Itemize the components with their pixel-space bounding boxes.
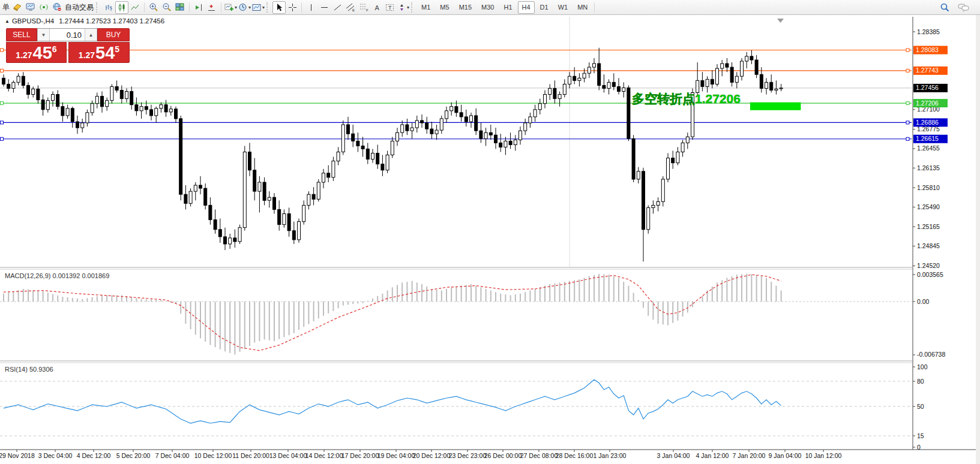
- candle: [46, 101, 49, 110]
- new-order-button-label[interactable]: 单: [2, 2, 10, 13]
- candle: [184, 194, 187, 203]
- cursor-button[interactable]: [272, 1, 286, 14]
- macd-pane-label: MACD(12,26,9) 0.001392 0.001869: [5, 272, 109, 279]
- timeframe-h1-button[interactable]: H1: [499, 1, 516, 14]
- line-anchor-marker[interactable]: [1, 69, 4, 72]
- line-anchor-marker[interactable]: [906, 69, 909, 72]
- timeframe-m1-button[interactable]: M1: [417, 1, 434, 14]
- crosshair-button[interactable]: [286, 1, 299, 14]
- sell-button[interactable]: SELL: [6, 28, 37, 41]
- candle: [27, 85, 30, 94]
- autotrading-button[interactable]: [50, 1, 64, 14]
- terminal-button[interactable]: [24, 1, 37, 14]
- timeframe-h4-button[interactable]: H4: [518, 1, 535, 14]
- pivot-zone-rect[interactable]: [750, 103, 801, 110]
- candle: [110, 86, 113, 100]
- templates-button[interactable]: ▾: [251, 1, 265, 14]
- chart-line-button[interactable]: [128, 1, 142, 14]
- price-tag-label: 1.26615: [916, 135, 939, 142]
- candle: [17, 76, 20, 82]
- line-anchor-marker[interactable]: [906, 137, 909, 140]
- new-order-icon: [13, 2, 22, 12]
- candle: [101, 97, 104, 107]
- buy-button[interactable]: BUY: [97, 28, 130, 41]
- rsi-line: [4, 379, 781, 423]
- line-anchor-marker[interactable]: [1, 102, 4, 105]
- line-anchor-marker[interactable]: [906, 102, 909, 105]
- time-tick-label: 5 Dec 20:00: [116, 452, 151, 459]
- candle: [209, 205, 212, 219]
- line-anchor-marker[interactable]: [1, 137, 4, 140]
- timeframe-m5-button[interactable]: M5: [436, 1, 453, 14]
- auto-scroll-button[interactable]: [205, 1, 218, 14]
- price-axis-area[interactable]: [912, 16, 980, 464]
- search-button[interactable]: [938, 1, 951, 14]
- line-anchor-marker[interactable]: [906, 121, 909, 124]
- candle: [553, 88, 556, 98]
- candle: [642, 171, 645, 230]
- chart-shift-marker[interactable]: [777, 19, 784, 23]
- svg-text:T: T: [388, 5, 392, 11]
- price-tag-label: 1.27743: [916, 67, 939, 74]
- candle: [199, 185, 202, 188]
- chart-surface[interactable]: 多空转折点1.27206MACD(12,26,9) 0.001392 0.001…: [0, 0, 980, 464]
- arrows-icon: [397, 3, 406, 12]
- trendline-button[interactable]: [331, 1, 344, 14]
- sell-price-display[interactable]: 1.27456: [6, 42, 67, 63]
- chart-candles-button[interactable]: [115, 1, 128, 14]
- time-tick-label: 11 Dec 20:00: [232, 452, 269, 459]
- channel-button[interactable]: E: [344, 1, 357, 14]
- buy-price-display[interactable]: 1.27545: [68, 42, 130, 63]
- periods-button[interactable]: ▾: [238, 1, 251, 14]
- arrows-button[interactable]: ▾: [397, 1, 410, 14]
- candle: [391, 141, 394, 155]
- candle: [755, 60, 758, 74]
- signal-button[interactable]: [37, 1, 50, 14]
- timeframe-d1-button[interactable]: D1: [536, 1, 553, 14]
- text-button[interactable]: A: [370, 1, 383, 14]
- pivot-annotation-text[interactable]: 多空转折点1.27206: [632, 92, 741, 106]
- timeframe-mn-button[interactable]: MN: [573, 1, 592, 14]
- candle: [376, 153, 379, 164]
- candle: [120, 91, 123, 99]
- candle: [760, 74, 763, 88]
- chart-shift-icon: [194, 3, 203, 12]
- candle: [22, 76, 25, 85]
- toolbar-grip: [266, 2, 271, 13]
- toolbar-right: [938, 1, 970, 14]
- horizontal-line-button[interactable]: [317, 1, 331, 14]
- volume-increase-button[interactable]: ▲: [85, 29, 97, 41]
- chart-shift-button[interactable]: [192, 1, 205, 14]
- chat-button[interactable]: [957, 1, 970, 14]
- timeframe-m15-button[interactable]: M15: [455, 1, 476, 14]
- add-indicator-button[interactable]: ▾: [224, 1, 238, 14]
- collapse-arrow-icon[interactable]: ▲: [5, 19, 10, 24]
- line-anchor-marker[interactable]: [906, 49, 909, 52]
- macd-tick-label: -0.006738: [917, 351, 945, 358]
- autotrading-label[interactable]: 自动交易: [65, 2, 94, 13]
- text-label-button[interactable]: T: [383, 1, 397, 14]
- vertical-line-button[interactable]: [304, 1, 317, 14]
- volume-decrease-button[interactable]: ▼: [37, 29, 50, 41]
- timeframe-m30-button[interactable]: M30: [477, 1, 498, 14]
- zoom-out-button[interactable]: [160, 1, 173, 14]
- candle: [549, 88, 552, 94]
- line-anchor-marker[interactable]: [1, 121, 4, 124]
- line-anchor-marker[interactable]: [1, 49, 4, 52]
- fibonacci-button[interactable]: F: [357, 1, 370, 14]
- timeframe-w1-button[interactable]: W1: [554, 1, 573, 14]
- toolbar-separator: [301, 2, 302, 13]
- zoom-in-button[interactable]: [147, 1, 160, 14]
- volume-input[interactable]: 0.10: [50, 29, 85, 41]
- new-order-button[interactable]: [11, 1, 24, 14]
- candle: [661, 179, 664, 201]
- sell-price-big: 45: [33, 46, 52, 61]
- buy-price-prefix: 1.27: [79, 51, 95, 59]
- time-tick-label: 4 Dec 12:00: [77, 452, 111, 459]
- candle: [686, 137, 689, 143]
- candle: [164, 105, 167, 112]
- equidistant-channel-icon: E: [346, 2, 356, 12]
- candle: [627, 88, 630, 138]
- tile-windows-button[interactable]: [173, 1, 187, 14]
- chart-bars-button[interactable]: [102, 1, 115, 14]
